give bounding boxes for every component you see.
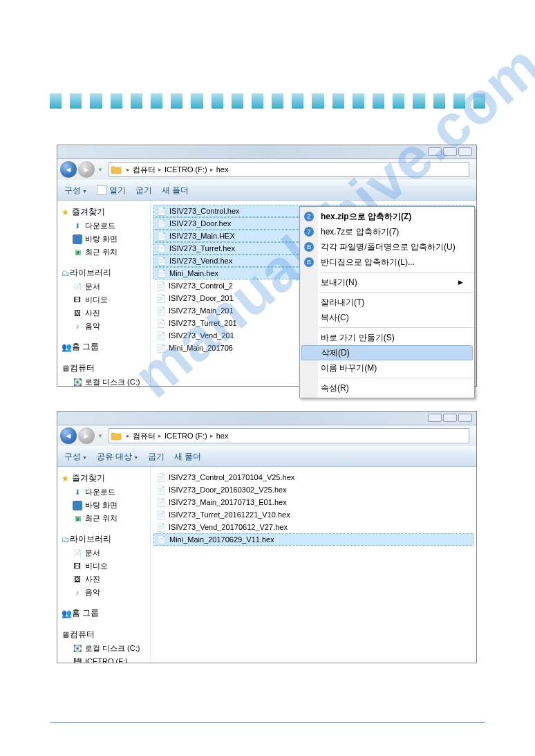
file-row[interactable]: 📄ISIV273_Control_20170104_V25.hex — [153, 471, 473, 483]
sidebar: ★즐겨찾기 ⬇다운로드 바탕 화면 ▣최근 위치 🗂라이브러리 📄문서 🎞비디오… — [57, 201, 151, 386]
new-folder-button[interactable]: 새 폴더 — [174, 451, 201, 463]
cm-bandizip[interactable]: B반디집으로 압축하기(L)... — [300, 255, 474, 270]
folder-icon — [111, 431, 122, 441]
new-folder-button[interactable]: 새 폴더 — [162, 185, 189, 196]
sidebar-item-videos[interactable]: 🎞비디오 — [57, 560, 150, 573]
cm-shortcut[interactable]: 바로 가기 만들기(S) — [300, 330, 474, 345]
burn-button[interactable]: 굽기 — [148, 451, 165, 463]
bc-drive[interactable]: ICETRO (F:) — [165, 432, 207, 440]
sidebar-item-local-c[interactable]: 💽로컬 디스크 (C:) — [57, 376, 150, 386]
cm-send[interactable]: 보내기(N)▶ — [300, 275, 474, 290]
cm-7z[interactable]: 7hex.7z로 압축하기(7) — [300, 224, 474, 239]
favorites-header[interactable]: ★즐겨찾기 — [57, 205, 150, 219]
sidebar-item-documents[interactable]: 📄문서 — [57, 546, 150, 560]
decorative-squares — [50, 93, 485, 109]
back-button[interactable]: ◄ — [60, 161, 77, 178]
breadcrumb[interactable]: ▸ 컴퓨터 ▸ ICETRO (F:) ▸ hex — [109, 428, 469, 443]
share-button[interactable]: 공유 대상 — [97, 451, 138, 463]
sidebar-item-recent[interactable]: ▣최근 위치 — [57, 246, 150, 259]
favorites-header[interactable]: ★즐겨찾기 — [57, 471, 150, 486]
sidebar-item-desktop[interactable]: 바탕 화면 — [57, 499, 150, 512]
sidebar-item-recent[interactable]: ▣최근 위치 — [57, 512, 150, 525]
libraries-header[interactable]: 🗂라이브러리 — [57, 532, 150, 546]
sidebar-item-downloads[interactable]: ⬇다운로드 — [57, 486, 150, 499]
organize-button[interactable]: 구성 — [64, 451, 87, 463]
sidebar-item-documents[interactable]: 📄문서 — [57, 280, 150, 293]
file-row[interactable]: 📄ISIV273_Door_20160302_V25.hex — [153, 483, 473, 496]
homegroup-header[interactable]: 👥홈 그룹 — [57, 606, 150, 620]
bc-drive[interactable]: ICETRO (F:) — [165, 165, 207, 174]
file-row[interactable]: 📄ISIV273_Turret_20161221_V10.hex — [153, 508, 473, 521]
sidebar-item-pictures[interactable]: 🖼사진 — [57, 573, 150, 586]
cm-delete[interactable]: 삭제(D) — [301, 345, 473, 360]
bc-folder-hex[interactable]: hex — [216, 165, 229, 174]
folder-icon — [111, 165, 122, 174]
libraries-header[interactable]: 🗂라이브러리 — [57, 266, 150, 280]
titlebar — [57, 412, 476, 425]
bc-folder-hex[interactable]: hex — [216, 432, 229, 440]
computer-header[interactable]: 🖥컴퓨터 — [57, 627, 150, 642]
back-button[interactable]: ◄ — [60, 427, 77, 444]
file-list: 📄ISIV273_Control_20170104_V25.hex 📄ISIV2… — [151, 467, 476, 663]
cm-cut[interactable]: 잘라내기(T) — [300, 295, 474, 310]
nav-row: ◄ ► ▼ ▸ 컴퓨터 ▸ ICETRO (F:) ▸ hex — [57, 425, 476, 446]
nav-row: ◄ ► ▼ ▸ 컴퓨터 ▸ ICETRO (F:) ▸ hex — [57, 159, 476, 180]
titlebar — [57, 145, 476, 159]
sidebar-item-desktop[interactable]: 바탕 화면 — [57, 232, 150, 246]
toolbar: 구성 공유 대상 굽기 새 폴더 — [57, 446, 476, 467]
open-button[interactable]: 열기 — [97, 185, 126, 196]
explorer-window-1: ◄ ► ▼ ▸ 컴퓨터 ▸ ICETRO (F:) ▸ hex 구성 열기 굽기… — [57, 145, 477, 387]
explorer-window-2: ◄ ► ▼ ▸ 컴퓨터 ▸ ICETRO (F:) ▸ hex 구성 공유 대상… — [57, 411, 477, 663]
sidebar-item-icetro[interactable]: 💾ICETRO (F:) — [57, 655, 150, 663]
file-row[interactable]: 📄Mini_Main_20170629_V11.hex — [153, 533, 473, 546]
burn-button[interactable]: 굽기 — [135, 185, 152, 196]
organize-button[interactable]: 구성 — [64, 185, 87, 196]
sidebar-item-pictures[interactable]: 🖼사진 — [57, 306, 150, 320]
cm-rename[interactable]: 이름 바꾸기(M) — [300, 360, 474, 376]
sidebar-item-videos[interactable]: 🎞비디오 — [57, 293, 150, 306]
file-row[interactable]: 📄ISIV273_Vend_20170612_V27.hex — [153, 521, 473, 533]
cm-properties[interactable]: 속성(R) — [300, 380, 474, 396]
cm-copy[interactable]: 복사(C) — [300, 310, 474, 325]
max-btn[interactable] — [443, 147, 457, 156]
page-footer-rule — [50, 722, 485, 723]
file-row[interactable]: 📄ISIV273_Main_20170713_E01.hex — [153, 496, 473, 508]
sidebar-item-music[interactable]: ♪음악 — [57, 320, 150, 333]
bc-computer[interactable]: 컴퓨터 — [133, 431, 156, 441]
sidebar-item-local-c[interactable]: 💽로컬 디스크 (C:) — [57, 642, 150, 655]
close-btn[interactable] — [458, 414, 472, 422]
computer-header[interactable]: 🖥컴퓨터 — [57, 361, 150, 376]
cm-zip[interactable]: Zhex.zip으로 압축하기(Z) — [300, 209, 474, 224]
breadcrumb[interactable]: ▸ 컴퓨터 ▸ ICETRO (F:) ▸ hex — [109, 162, 469, 177]
bc-computer[interactable]: 컴퓨터 — [133, 165, 156, 175]
forward-button[interactable]: ► — [78, 161, 95, 178]
history-dropdown[interactable]: ▼ — [96, 428, 104, 443]
max-btn[interactable] — [443, 414, 457, 422]
cm-each[interactable]: B각각 파일명/폴더명으로 압축하기(U) — [300, 239, 474, 255]
toolbar: 구성 열기 굽기 새 폴더 — [57, 180, 476, 201]
homegroup-header[interactable]: 👥홈 그룹 — [57, 340, 150, 354]
min-btn[interactable] — [428, 414, 442, 422]
sidebar-item-downloads[interactable]: ⬇다운로드 — [57, 219, 150, 232]
min-btn[interactable] — [428, 147, 442, 156]
forward-button[interactable]: ► — [78, 427, 95, 444]
close-btn[interactable] — [458, 147, 472, 156]
sidebar: ★즐겨찾기 ⬇다운로드 바탕 화면 ▣최근 위치 🗂라이브러리 📄문서 🎞비디오… — [57, 467, 151, 663]
history-dropdown[interactable]: ▼ — [96, 162, 104, 177]
sidebar-item-music[interactable]: ♪음악 — [57, 586, 150, 599]
context-menu: Zhex.zip으로 압축하기(Z) 7hex.7z로 압축하기(7) B각각 … — [299, 206, 475, 398]
